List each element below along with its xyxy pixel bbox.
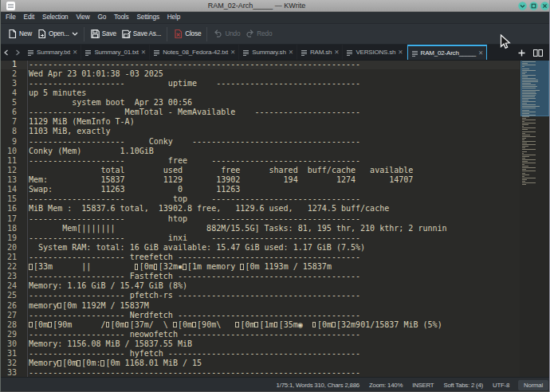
undo-button[interactable]: Undo — [210, 26, 242, 41]
tab-summary-txt[interactable]: Summary.txt✕ — [24, 45, 81, 60]
minimap-line — [522, 135, 530, 135]
status-encoding[interactable]: UTF-8 — [493, 382, 509, 389]
minimap-line — [522, 106, 540, 107]
tab-close-icon[interactable]: ✕ — [334, 49, 339, 56]
menu-file[interactable]: File — [2, 12, 20, 23]
minimap-line — [522, 127, 536, 128]
minimap-line — [522, 69, 529, 69]
menu-selection[interactable]: Selection — [38, 12, 72, 23]
menu-tools[interactable]: Tools — [110, 12, 132, 23]
minimap-line — [522, 155, 536, 155]
editor-line: -------------------- top ---------------… — [29, 194, 360, 204]
tab-scroll-right-button[interactable] — [12, 45, 24, 60]
editor-view[interactable]: 1234567891011121314151617181920212223242… — [0, 61, 550, 377]
tab-ram-sh[interactable]: RAM.sh✕ — [297, 45, 344, 60]
save-button[interactable]: Save — [88, 26, 119, 41]
minimap-line — [522, 73, 525, 74]
minimap-line — [522, 81, 538, 82]
chevron-down-icon[interactable] — [72, 32, 78, 36]
gutter-separator — [27, 61, 28, 377]
status-highlight-mode[interactable]: Normal — [518, 380, 548, 390]
minimap-line — [522, 184, 526, 185]
redo-button[interactable]: Redo — [242, 26, 274, 41]
titlebar[interactable]: RAM_02-Arch_____ — KWrite — [0, 0, 550, 12]
menu-go[interactable]: Go — [93, 12, 110, 23]
minimap-line — [522, 110, 529, 111]
kwrite-window: RAM_02-Arch_____ — KWrite FileEditSelect… — [0, 0, 550, 392]
minimap-line — [522, 101, 536, 102]
menu-edit[interactable]: Edit — [20, 12, 39, 23]
line-number: 4 — [0, 88, 17, 98]
status-zoom-level[interactable]: Zoom: 140% — [369, 382, 403, 389]
escape-control-char — [125, 322, 129, 328]
toolbar: NewOpen...SaveSave As...CloseUndoRedo — [0, 24, 550, 45]
editor-line: Memory[0m[0m:[0m 1168.01 MiB / 15 — [29, 359, 202, 368]
tab-summary-sh[interactable]: Summary.sh✕ — [239, 45, 297, 60]
line-number: 21 — [0, 253, 17, 262]
tab-close-icon[interactable]: ✕ — [478, 50, 483, 57]
line-number: 26 — [0, 301, 17, 311]
tab-label: RAM.sh — [310, 49, 332, 56]
minimap-line — [522, 112, 536, 112]
maximize-button[interactable] — [529, 2, 538, 10]
minimap-line — [522, 179, 527, 180]
line-number: 8 — [0, 127, 17, 136]
tab-ram-02-arch-[interactable]: RAM_02-Arch_____✕ — [407, 45, 488, 60]
line-number: 2 — [0, 69, 17, 79]
tab-label: Summary.sh — [252, 49, 285, 56]
new-button[interactable]: New — [5, 26, 34, 41]
minimap-line — [522, 173, 525, 174]
tab-notes-08-fedora-42-txt[interactable]: Notes_08_Fedora-42.txt✕ — [150, 45, 239, 60]
minimap-line — [522, 93, 536, 94]
line-number: 15 — [0, 194, 17, 204]
editor-line: ----------------------------------------… — [29, 61, 360, 69]
toolbar-label: Close — [185, 30, 201, 37]
tab-label: RAM_02-Arch_____ — [421, 49, 476, 57]
minimize-button[interactable] — [518, 2, 527, 10]
menu-view[interactable]: View — [72, 12, 93, 23]
chevron-right-icon — [15, 49, 21, 56]
document-new-icon — [7, 29, 18, 39]
minimap-line — [522, 78, 536, 79]
minimap-line — [522, 120, 536, 120]
minimap-line — [522, 151, 527, 152]
tab-summary-01-txt[interactable]: Summary_01.txt✕ — [81, 45, 150, 60]
editor-line: Memory: 1.16 GiB / 15.47 GiB (8%) — [29, 281, 187, 291]
status-input-mode[interactable]: INSERT — [412, 382, 434, 389]
minimap-line — [522, 108, 536, 108]
tab-scroll-left-button[interactable] — [0, 45, 12, 60]
minimap-line — [522, 149, 536, 150]
tab-close-icon[interactable]: ✕ — [230, 49, 235, 56]
menu-settings[interactable]: Settings — [132, 12, 163, 23]
escape-control-char — [332, 322, 336, 328]
menu-help[interactable]: Help — [163, 12, 184, 23]
minimap-line — [522, 133, 525, 134]
new-tab-button[interactable] — [518, 45, 525, 60]
minimap-scrollbar[interactable] — [520, 61, 549, 377]
tab-close-icon[interactable]: ✕ — [289, 49, 293, 56]
status-tab-settings[interactable]: Soft Tabs: 2 (4) — [443, 382, 483, 389]
close-button[interactable]: Close — [171, 26, 203, 41]
toolbar-separator — [84, 27, 84, 41]
tab-close-icon[interactable]: ✕ — [398, 49, 403, 56]
tab-versions-sh[interactable]: VERSIONS.sh✕ — [343, 45, 407, 60]
line-number: 32 — [0, 359, 17, 368]
close-button[interactable] — [540, 2, 549, 10]
editor-line: -------------------- treefetch ---------… — [29, 253, 360, 262]
escape-control-char — [48, 322, 52, 328]
minimap-line — [522, 171, 536, 171]
split-view-button[interactable] — [533, 45, 543, 60]
minimap-line — [522, 118, 526, 119]
tab-close-icon[interactable]: ✕ — [73, 49, 77, 56]
saveas-button[interactable]: Save As... — [119, 26, 163, 41]
editor-line: -------------------- uptime ------------… — [29, 79, 360, 88]
minimap-line — [522, 174, 529, 175]
tab-close-icon[interactable]: ✕ — [141, 49, 146, 56]
status-cursor-position[interactable]: 1/75:1, Words 310, Chars 2,886 — [277, 382, 359, 389]
minimap-line — [522, 181, 525, 182]
editor-line: -------------------- hyfetch -----------… — [29, 349, 360, 359]
minimap-line — [522, 75, 536, 76]
editor-line: -------------------- neowofetch --------… — [29, 330, 360, 339]
open-button[interactable]: Open... — [34, 26, 81, 41]
editor-line: -------------------- inxi --------------… — [29, 233, 360, 243]
